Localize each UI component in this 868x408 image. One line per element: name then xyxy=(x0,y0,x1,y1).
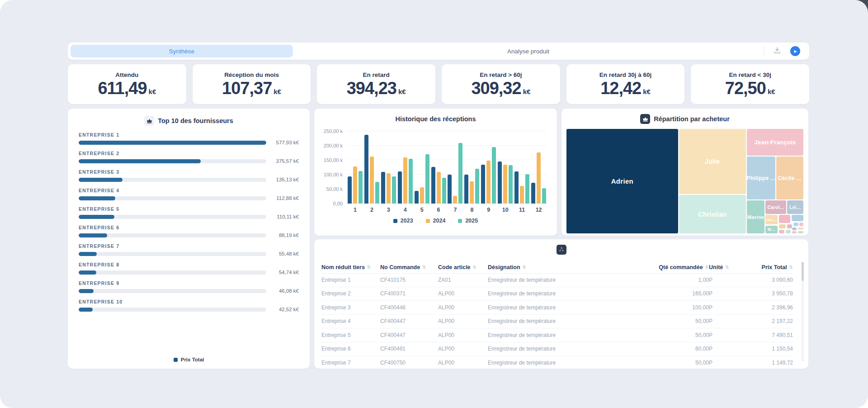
column-header[interactable]: Unité⇅ xyxy=(709,264,740,270)
treemap-cell: Marine xyxy=(746,200,765,234)
table-cell: P xyxy=(709,277,740,283)
play-button[interactable]: ▶ xyxy=(790,46,800,56)
kpi-label: Attendu xyxy=(115,71,138,78)
supplier-bar-track xyxy=(79,252,266,256)
treemap: AdrienJulieChristianJean-FrançoisPhilipp… xyxy=(566,128,804,234)
supplier-name: ENTREPRISE 3 xyxy=(79,169,299,175)
bar xyxy=(420,187,424,204)
sort-icon[interactable]: ⇅ xyxy=(473,265,476,270)
table-cell: 100,00 xyxy=(639,304,709,311)
column-header[interactable]: Désignation⇅ xyxy=(488,264,639,270)
treemap-cell-label: Jean-François xyxy=(755,139,796,146)
table-cell: P xyxy=(709,304,740,311)
table-row[interactable]: Entreprise 3CF400446ALP00Enregistreur de… xyxy=(321,301,793,315)
tab-analyse-produit[interactable]: Analyse produit xyxy=(293,48,764,55)
bar xyxy=(531,183,535,204)
y-axis-tick: 200,00 k xyxy=(324,143,343,148)
divider xyxy=(764,46,764,56)
table-cell: CF400371 xyxy=(380,290,438,297)
supplier-row: ENTREPRISE 3135,13 k€ xyxy=(79,169,299,182)
download-button[interactable] xyxy=(773,46,781,56)
table-cell: P xyxy=(709,360,740,366)
column-header[interactable]: No Commande⇅ xyxy=(380,264,438,270)
kpi-value: 611,49k€ xyxy=(98,80,156,97)
x-axis-label: 5 xyxy=(414,207,430,213)
supplier-bar-track xyxy=(79,233,266,237)
sort-icon[interactable]: ⇅ xyxy=(422,265,426,270)
supplier-value: 55,48 k€ xyxy=(271,251,299,256)
table-row[interactable]: Entreprise 4CF400447ALP00Enregistreur de… xyxy=(321,315,793,329)
table-row[interactable]: Entreprise 2CF400371ALP00Enregistreur de… xyxy=(321,287,793,301)
x-axis-label: 8 xyxy=(463,207,480,213)
sort-icon[interactable]: ⇅ xyxy=(523,265,526,270)
supplier-name: ENTREPRISE 7 xyxy=(79,243,299,249)
supplier-value: 375,57 k€ xyxy=(271,158,299,164)
x-axis-label: 9 xyxy=(480,207,497,213)
table-action-button[interactable] xyxy=(557,245,566,255)
treemap-cell xyxy=(799,222,804,226)
column-header[interactable]: Code article⇅ xyxy=(438,264,488,270)
kpi-value: 309,32k€ xyxy=(471,80,530,97)
bar xyxy=(425,154,429,204)
sort-icon[interactable]: ⇅ xyxy=(789,265,793,270)
kpi-card: En retard < 30j72,50k€ xyxy=(691,64,809,104)
kpi-unit: k€ xyxy=(523,88,531,95)
treemap-cell: Christian xyxy=(679,195,746,234)
top10-title: Top 10 des fournisseurs xyxy=(158,117,233,124)
bar xyxy=(486,161,491,204)
supplier-row: ENTREPRISE 755,48 k€ xyxy=(79,243,299,256)
supplier-value: 46,08 k€ xyxy=(271,288,299,294)
bar xyxy=(437,172,441,204)
dashboard-root: Synthèse Analyse produit ▶ Attendu611,49… xyxy=(0,0,868,408)
bar xyxy=(475,169,479,204)
sort-icon[interactable]: ⇅ xyxy=(367,265,371,270)
bar xyxy=(464,175,468,204)
bar-group xyxy=(363,131,380,204)
bar xyxy=(458,143,462,204)
historique-title-row: Historique des réceptions xyxy=(321,113,551,125)
supplier-bar-track xyxy=(79,141,266,145)
legend-item: 2023 xyxy=(393,218,413,224)
table-cell: Enregistreur de température xyxy=(488,290,639,297)
legend-label: 2024 xyxy=(433,218,446,224)
table-row[interactable]: Entreprise 5CF400447ALP00Enregistreur de… xyxy=(321,328,793,342)
kpi-value: 107,37k€ xyxy=(222,80,281,97)
bar xyxy=(431,167,435,204)
tab-synthese[interactable]: Synthèse xyxy=(71,45,293,57)
treemap-cell xyxy=(778,214,791,223)
column-header[interactable]: Nom réduit tiers⇅ xyxy=(321,264,380,270)
table-row[interactable]: Entreprise 6CF400491ALP00Enregistreur de… xyxy=(321,342,793,356)
bar-group xyxy=(430,131,447,204)
table-cell: 1 150,54 xyxy=(740,346,793,352)
sort-icon[interactable]: ⇅ xyxy=(705,265,709,270)
table-scrollbar-thumb[interactable] xyxy=(802,262,804,281)
supplier-value: 42,52 k€ xyxy=(271,307,299,312)
kpi-label: En retard 30j à 60j xyxy=(599,71,652,78)
table-cell: Entreprise 1 xyxy=(321,277,380,283)
tab-bar: Synthèse Analyse produit ▶ xyxy=(68,43,809,60)
supplier-bar-track xyxy=(79,215,266,219)
column-header[interactable]: Qté commandée⇅ xyxy=(639,264,709,270)
legend-label: 2023 xyxy=(401,218,413,224)
sort-icon[interactable]: ⇅ xyxy=(725,265,729,270)
table-cell: CF400447 xyxy=(380,318,438,324)
bar-group xyxy=(414,131,430,204)
x-axis-label: 6 xyxy=(430,207,447,213)
column-header-label: Unité xyxy=(709,264,723,270)
column-header-label: Code article xyxy=(438,264,471,270)
bar xyxy=(453,196,457,204)
play-icon: ▶ xyxy=(794,49,797,53)
treemap-title-row: Répartition par acheteur xyxy=(566,113,804,125)
download-icon xyxy=(773,46,781,56)
bar xyxy=(481,165,485,204)
legend-label: 2025 xyxy=(465,218,478,224)
treemap-cell: Philippe … xyxy=(746,156,776,200)
table-row[interactable]: Entreprise 7CF400750ALP00Enregistreur de… xyxy=(321,356,793,370)
supplier-name: ENTREPRISE 6 xyxy=(79,225,299,230)
table-cell: ALP00 xyxy=(438,290,488,297)
table-cell: 3 090,60 xyxy=(740,277,793,283)
column-header[interactable]: Prix Total⇅ xyxy=(740,264,793,270)
table-row[interactable]: Entreprise 1CF410175ZA01Enregistreur de … xyxy=(321,273,793,287)
supplier-row: ENTREPRISE 854,74 k€ xyxy=(79,262,299,275)
supplier-row: ENTREPRISE 4112,88 k€ xyxy=(79,188,299,201)
